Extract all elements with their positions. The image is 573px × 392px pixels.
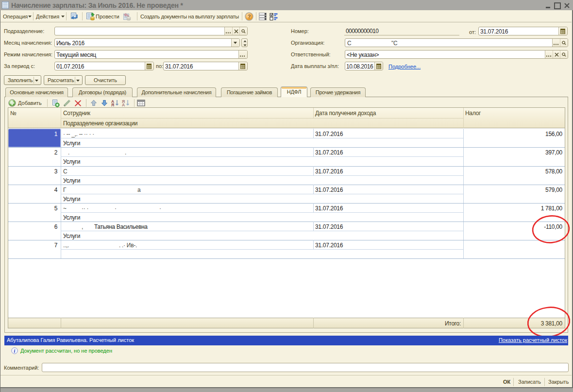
svg-text:?: ?	[248, 14, 251, 19]
svg-text:i: i	[14, 348, 16, 354]
svg-text:Я: Я	[111, 102, 114, 107]
svg-text:А: А	[122, 102, 125, 107]
